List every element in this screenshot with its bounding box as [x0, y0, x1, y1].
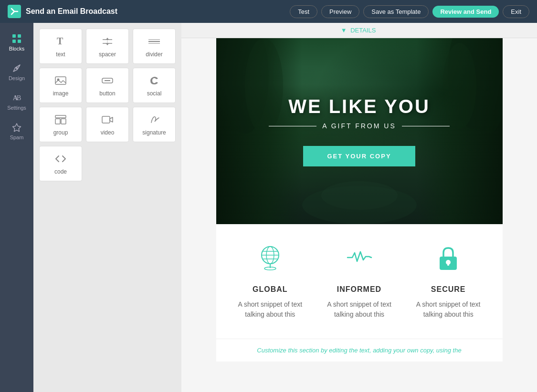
svg-point-5 — [16, 67, 18, 69]
block-code[interactable]: code — [39, 146, 82, 181]
feature-informed: INFORMED A short snippet of text talking… — [315, 243, 404, 320]
svg-rect-21 — [55, 115, 66, 118]
svg-rect-2 — [18, 34, 21, 38]
secure-icon — [409, 243, 488, 278]
svg-marker-13 — [106, 43, 109, 45]
block-image[interactable]: image — [39, 68, 82, 103]
block-text-label: text — [56, 51, 65, 58]
blocks-icon — [11, 33, 22, 44]
save-template-button[interactable]: Save as Template — [363, 5, 429, 18]
sidebar-item-settings[interactable]: A B Settings — [0, 87, 33, 116]
logo-icon — [8, 5, 21, 18]
block-group-label: group — [53, 129, 68, 136]
content-area[interactable]: ▼ DETAILS — [181, 23, 537, 392]
divider-block-icon — [147, 35, 161, 48]
signature-block-icon — [147, 113, 161, 126]
block-video[interactable]: video — [86, 107, 129, 142]
test-button[interactable]: Test — [290, 5, 317, 18]
button-block-icon — [101, 74, 114, 87]
hero-cta-button[interactable]: GET YOUR COPY — [303, 146, 415, 166]
header: Send an Email Broadcast Test Preview Sav… — [0, 0, 537, 23]
feature-global: GLOBAL A short snippet of text talking a… — [226, 243, 315, 320]
block-social-label: social — [147, 90, 162, 97]
global-icon — [231, 243, 310, 278]
block-image-label: image — [53, 90, 69, 97]
exit-button[interactable]: Exit — [503, 5, 529, 18]
text-block-icon: T — [54, 35, 67, 48]
block-button-label: button — [99, 90, 115, 97]
app-logo: Send an Email Broadcast — [8, 5, 117, 18]
spacer-block-icon — [101, 35, 114, 48]
sidebar: Blocks Design A B Settings Spam — [0, 23, 33, 392]
svg-rect-24 — [102, 116, 110, 123]
svg-rect-17 — [55, 77, 66, 84]
details-label: DETAILS — [350, 27, 376, 34]
block-video-label: video — [101, 129, 115, 136]
video-block-icon — [101, 113, 114, 126]
block-divider-label: divider — [146, 51, 162, 58]
blocks-label: Blocks — [9, 46, 24, 52]
feature-secure: SECURE A short snippet of text talking a… — [404, 243, 493, 320]
block-signature[interactable]: signature — [133, 107, 176, 142]
block-button[interactable]: button — [86, 68, 129, 103]
hero-divider: A GIFT FROM US — [269, 122, 450, 130]
feature-informed-title: INFORMED — [319, 285, 399, 294]
sidebar-item-spam[interactable]: Spam — [0, 116, 33, 146]
features-section: GLOBAL A short snippet of text talking a… — [216, 224, 503, 339]
design-label: Design — [9, 75, 25, 81]
preview-button[interactable]: Preview — [321, 5, 359, 18]
svg-rect-23 — [61, 119, 66, 124]
svg-rect-42 — [447, 262, 449, 266]
spam-label: Spam — [10, 134, 24, 140]
bottom-note: Customize this section by editing the te… — [216, 339, 503, 361]
settings-icon: A B — [11, 93, 22, 103]
email-preview: WE LIKE YOU A GIFT FROM US GET YOUR COPY — [216, 38, 503, 361]
hero-title: WE LIKE YOU — [269, 96, 450, 117]
block-divider[interactable]: divider — [133, 29, 176, 64]
svg-rect-3 — [12, 40, 16, 43]
block-group[interactable]: group — [39, 107, 82, 142]
block-code-label: code — [54, 168, 67, 175]
blocks-grid: T text spacer — [39, 29, 176, 181]
details-arrow: ▼ — [341, 27, 347, 34]
hero-divider-line-right — [402, 126, 450, 126]
svg-rect-4 — [18, 40, 21, 43]
hero-subtitle: A GIFT FROM US — [322, 122, 396, 130]
header-actions: Test Preview Save as Template Review and… — [290, 5, 529, 18]
feature-informed-text: A short snippet of text talking about th… — [319, 299, 399, 320]
hero-content: WE LIKE YOU A GIFT FROM US GET YOUR COPY — [269, 96, 450, 166]
sidebar-item-design[interactable]: Design — [0, 57, 33, 87]
hero-section: WE LIKE YOU A GIFT FROM US GET YOUR COPY — [216, 38, 503, 224]
block-spacer-label: spacer — [99, 51, 116, 58]
feature-global-text: A short snippet of text talking about th… — [231, 299, 310, 320]
sidebar-item-blocks[interactable]: Blocks — [0, 28, 33, 57]
svg-rect-1 — [12, 34, 16, 38]
bottom-note-text: Customize this section by editing the te… — [257, 347, 461, 354]
feature-secure-title: SECURE — [409, 285, 488, 294]
svg-text:B: B — [17, 94, 21, 102]
code-block-icon — [54, 152, 67, 165]
hero-divider-line-left — [269, 126, 316, 126]
block-text[interactable]: T text — [39, 29, 82, 64]
settings-label: Settings — [7, 105, 26, 111]
group-block-icon — [54, 113, 67, 126]
design-icon — [11, 63, 22, 73]
review-send-button[interactable]: Review and Send — [432, 6, 499, 18]
main-layout: Blocks Design A B Settings Spam — [0, 23, 537, 392]
svg-marker-12 — [106, 38, 109, 40]
svg-text:T: T — [57, 36, 63, 46]
svg-rect-22 — [55, 119, 60, 124]
spam-icon — [11, 122, 22, 133]
block-social[interactable]: social — [133, 68, 176, 103]
block-signature-label: signature — [142, 129, 166, 136]
image-block-icon — [54, 74, 67, 87]
app-title: Send an Email Broadcast — [26, 7, 117, 16]
details-bar[interactable]: ▼ DETAILS — [181, 23, 537, 38]
feature-secure-text: A short snippet of text talking about th… — [409, 299, 488, 320]
informed-icon — [319, 243, 399, 278]
social-block-icon — [147, 74, 161, 87]
blocks-panel: T text spacer — [33, 23, 181, 392]
feature-global-title: GLOBAL — [231, 285, 310, 294]
block-spacer[interactable]: spacer — [86, 29, 129, 64]
